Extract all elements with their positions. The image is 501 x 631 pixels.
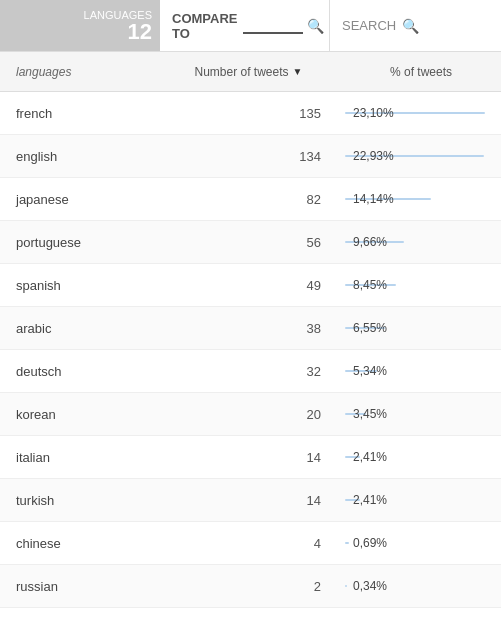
percent-text: 2,41% [349,493,387,507]
cell-lang: french [0,106,160,121]
cell-lang: japanese [0,192,160,207]
cell-tweets: 134 [160,149,341,164]
cell-percent: 0,34% [341,579,501,593]
percent-text: 9,66% [349,235,387,249]
percent-text: 23,10% [349,106,394,120]
cell-percent: 2,41% [341,493,501,507]
search-box: SEARCH 🔍 [330,0,501,51]
percent-text: 0,69% [349,536,387,550]
cell-lang: korean [0,407,160,422]
table-header: languages Number of tweets ▼ % of tweets [0,52,501,92]
cell-percent: 23,10% [341,106,501,120]
cell-percent: 6,55% [341,321,501,335]
cell-tweets: 4 [160,536,341,551]
percent-text: 5,34% [349,364,387,378]
cell-percent: 2,41% [341,450,501,464]
percent-text: 8,45% [349,278,387,292]
table-row: turkish 14 2,41% [0,479,501,522]
table-row: english 134 22,93% [0,135,501,178]
cell-tweets: 14 [160,493,341,508]
table-row: russian 2 0,34% [0,565,501,608]
cell-tweets: 135 [160,106,341,121]
table-row: korean 20 3,45% [0,393,501,436]
cell-percent: 3,45% [341,407,501,421]
cell-lang: deutsch [0,364,160,379]
cell-tweets: 14 [160,450,341,465]
search-icon-2: 🔍 [402,18,419,34]
percent-text: 0,34% [349,579,387,593]
percent-text: 3,45% [349,407,387,421]
col-tweets-header[interactable]: Number of tweets ▼ [160,65,341,79]
cell-percent: 9,66% [341,235,501,249]
cell-lang: english [0,149,160,164]
col-lang-header: languages [0,65,160,79]
cell-tweets: 32 [160,364,341,379]
cell-lang: russian [0,579,160,594]
col-tweets-label: Number of tweets [195,65,289,79]
cell-lang: portuguese [0,235,160,250]
languages-count: 12 [128,21,152,43]
sort-arrow-icon: ▼ [293,66,303,77]
percent-text: 6,55% [349,321,387,335]
percent-text: 22,93% [349,149,394,163]
percent-text: 14,14% [349,192,394,206]
languages-box: LANGUAGES 12 [0,0,160,51]
cell-tweets: 38 [160,321,341,336]
table-row: italian 14 2,41% [0,436,501,479]
search-icon: 🔍 [307,18,324,34]
cell-lang: turkish [0,493,160,508]
compare-box: COMPARE TO 🔍 [160,0,330,51]
percent-text: 2,41% [349,450,387,464]
cell-tweets: 82 [160,192,341,207]
page-header: LANGUAGES 12 COMPARE TO 🔍 SEARCH 🔍 [0,0,501,52]
table-row: japanese 82 14,14% [0,178,501,221]
cell-percent: 0,69% [341,536,501,550]
cell-tweets: 20 [160,407,341,422]
percent-bar [345,585,347,587]
cell-lang: italian [0,450,160,465]
cell-percent: 14,14% [341,192,501,206]
search-label: SEARCH [342,18,396,33]
cell-lang: arabic [0,321,160,336]
table-row: arabic 38 6,55% [0,307,501,350]
table-body: french 135 23,10% english 134 22,93% jap… [0,92,501,608]
compare-label: COMPARE TO [172,11,237,41]
cell-tweets: 2 [160,579,341,594]
cell-percent: 5,34% [341,364,501,378]
compare-input[interactable] [243,18,303,34]
cell-tweets: 49 [160,278,341,293]
table-row: chinese 4 0,69% [0,522,501,565]
cell-lang: spanish [0,278,160,293]
table-row: spanish 49 8,45% [0,264,501,307]
cell-percent: 22,93% [341,149,501,163]
table-row: deutsch 32 5,34% [0,350,501,393]
cell-lang: chinese [0,536,160,551]
cell-tweets: 56 [160,235,341,250]
table-row: portuguese 56 9,66% [0,221,501,264]
col-percent-header: % of tweets [341,65,501,79]
cell-percent: 8,45% [341,278,501,292]
table-row: french 135 23,10% [0,92,501,135]
